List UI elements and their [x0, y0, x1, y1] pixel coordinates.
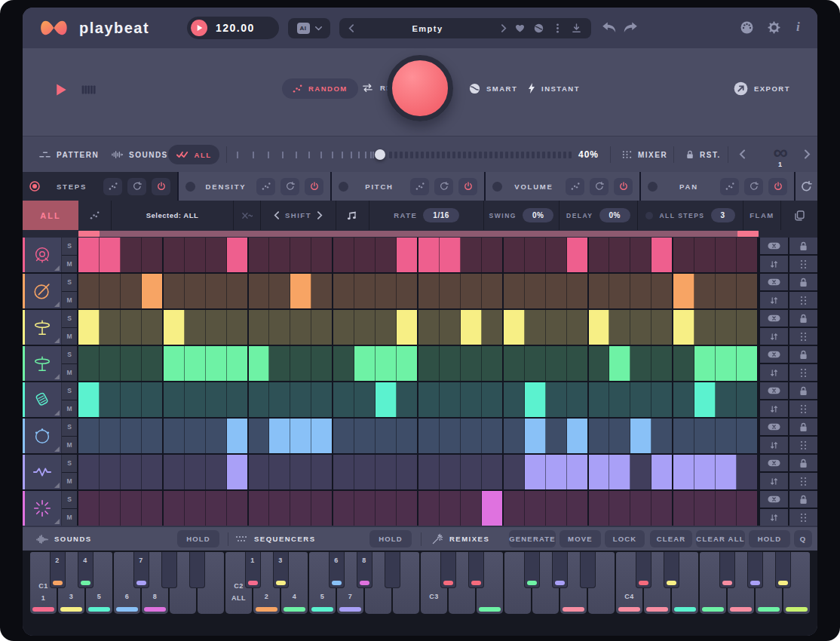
- step-closed-hihat-11[interactable]: [290, 310, 311, 345]
- step-synth-6[interactable]: [185, 455, 206, 489]
- lock-track-button-tambourine[interactable]: [789, 419, 817, 437]
- step-fx-20[interactable]: [482, 491, 504, 526]
- preset-prev-button[interactable]: [348, 24, 354, 32]
- step-fx-16[interactable]: [397, 491, 418, 526]
- step-kick-30[interactable]: [694, 238, 716, 272]
- piano-key-As4[interactable]: [775, 552, 791, 588]
- step-synth-32[interactable]: [737, 455, 759, 489]
- step-closed-hihat-27[interactable]: [630, 310, 651, 345]
- step-tambourine-29[interactable]: [673, 419, 694, 453]
- step-open-hihat-30[interactable]: [694, 346, 716, 381]
- step-fx-6[interactable]: [185, 491, 206, 526]
- track-selector-snare[interactable]: [23, 274, 62, 308]
- select-all-tracks-button[interactable]: ALL: [23, 201, 78, 230]
- step-open-hihat-13[interactable]: [333, 346, 354, 381]
- step-closed-hihat-31[interactable]: [716, 310, 737, 345]
- step-kick-10[interactable]: [269, 238, 290, 272]
- step-tambourine-23[interactable]: [546, 419, 567, 453]
- step-synth-3[interactable]: [121, 455, 142, 489]
- step-open-hihat-17[interactable]: [418, 346, 440, 381]
- step-snare-22[interactable]: [525, 274, 546, 308]
- step-kick-19[interactable]: [461, 238, 482, 272]
- settings-gear-icon[interactable]: [768, 21, 780, 34]
- step-open-hihat-15[interactable]: [376, 346, 397, 381]
- step-kick-6[interactable]: [185, 238, 206, 272]
- all-steps-value[interactable]: 3: [711, 208, 735, 222]
- step-tambourine-12[interactable]: [311, 419, 333, 453]
- step-synth-24[interactable]: [567, 455, 589, 489]
- step-open-hihat-27[interactable]: [630, 346, 651, 381]
- mixer-button[interactable]: MIXER: [622, 136, 667, 173]
- step-kick-13[interactable]: [333, 238, 354, 272]
- step-shaker-2[interactable]: [100, 382, 121, 417]
- step-snare-18[interactable]: [440, 274, 461, 308]
- step-tambourine-1[interactable]: [78, 419, 100, 453]
- step-kick-31[interactable]: [716, 238, 737, 272]
- step-shaker-1[interactable]: [78, 382, 100, 417]
- step-tambourine-30[interactable]: [694, 419, 716, 453]
- lock-track-button-fx[interactable]: [789, 491, 817, 509]
- step-closed-hihat-10[interactable]: [269, 310, 290, 345]
- step-closed-hihat-9[interactable]: [249, 310, 270, 345]
- solo-button-snare[interactable]: S: [62, 274, 77, 292]
- tab-steps[interactable]: STEPS: [23, 172, 177, 201]
- sequencers-hold-button[interactable]: HOLD: [369, 530, 412, 547]
- step-kick-21[interactable]: [504, 238, 525, 272]
- random-button[interactable]: RANDOM: [282, 78, 358, 99]
- step-tambourine-22[interactable]: [525, 419, 546, 453]
- step-shaker-14[interactable]: [354, 382, 376, 417]
- step-fx-19[interactable]: [461, 491, 482, 526]
- step-snare-27[interactable]: [630, 274, 651, 308]
- step-shaker-31[interactable]: [716, 382, 737, 417]
- step-kick-29[interactable]: [673, 238, 694, 272]
- lock-track-button-synth[interactable]: [789, 455, 817, 473]
- step-snare-19[interactable]: [461, 274, 482, 308]
- bpm-control[interactable]: 120.00: [187, 17, 279, 39]
- piano-key-Ds4[interactable]: [664, 552, 679, 588]
- undo-button[interactable]: [602, 22, 616, 33]
- step-snare-14[interactable]: [354, 274, 376, 308]
- step-tambourine-6[interactable]: [185, 419, 206, 453]
- step-open-hihat-7[interactable]: [206, 346, 227, 381]
- step-synth-19[interactable]: [461, 455, 482, 489]
- step-closed-hihat-20[interactable]: [482, 310, 504, 345]
- step-closed-hihat-19[interactable]: [461, 310, 482, 345]
- step-tambourine-3[interactable]: [121, 419, 142, 453]
- step-closed-hihat-5[interactable]: [164, 310, 185, 345]
- step-kick-12[interactable]: [311, 238, 333, 272]
- step-snare-23[interactable]: [546, 274, 567, 308]
- step-kick-8[interactable]: [227, 238, 249, 272]
- step-open-hihat-8[interactable]: [227, 346, 249, 381]
- step-snare-21[interactable]: [504, 274, 525, 308]
- step-tambourine-7[interactable]: [206, 419, 227, 453]
- step-shaker-23[interactable]: [546, 382, 567, 417]
- step-shaker-19[interactable]: [461, 382, 482, 417]
- step-snare-30[interactable]: [694, 274, 716, 308]
- generate-button[interactable]: GENERATE: [509, 530, 556, 547]
- step-tambourine-27[interactable]: [630, 419, 651, 453]
- step-fx-13[interactable]: [333, 491, 354, 526]
- preset-name[interactable]: Empty: [361, 24, 494, 33]
- regenerate-all-button[interactable]: [796, 172, 817, 201]
- kebab-menu-icon[interactable]: [552, 23, 563, 34]
- step-kick-15[interactable]: [376, 238, 397, 272]
- step-open-hihat-5[interactable]: [164, 346, 185, 381]
- step-tambourine-10[interactable]: [269, 419, 290, 453]
- step-tambourine-4[interactable]: [142, 419, 164, 453]
- step-closed-hihat-28[interactable]: [651, 310, 673, 345]
- nudge-track-button-open-hihat[interactable]: [760, 364, 788, 381]
- step-shaker-24[interactable]: [567, 382, 589, 417]
- step-snare-4[interactable]: [142, 274, 164, 308]
- step-closed-hihat-23[interactable]: [546, 310, 567, 345]
- lock-track-button-open-hihat[interactable]: [789, 346, 817, 364]
- step-tambourine-9[interactable]: [249, 419, 270, 453]
- tab-dot-icon[interactable]: [339, 182, 348, 192]
- step-synth-12[interactable]: [311, 455, 333, 489]
- step-snare-6[interactable]: [185, 274, 206, 308]
- step-fx-5[interactable]: [164, 491, 185, 526]
- step-snare-3[interactable]: [121, 274, 142, 308]
- piano-key-Fs3[interactable]: [524, 552, 540, 588]
- pattern-view-button[interactable]: PATTERN: [39, 136, 99, 173]
- tab-pan[interactable]: PAN: [641, 172, 794, 201]
- lock-track-button-kick[interactable]: [789, 238, 817, 256]
